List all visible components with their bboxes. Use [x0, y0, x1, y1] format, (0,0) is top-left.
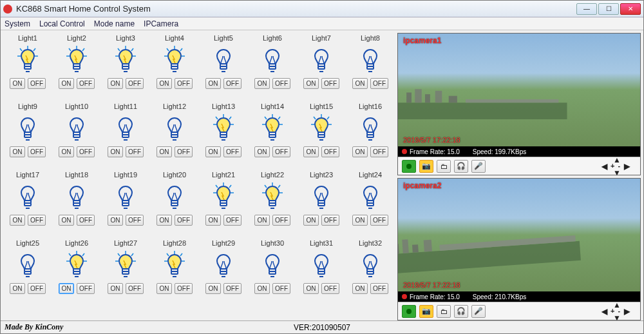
light-on-button[interactable]: ON [352, 78, 368, 89]
light-off-button[interactable]: OFF [223, 146, 242, 157]
light-off-button[interactable]: OFF [77, 215, 95, 226]
light-on-button[interactable]: ON [303, 146, 319, 157]
camera-feed-1[interactable]: ipcamera1 2019/5/7 17:22:18 [398, 34, 640, 146]
light-on-button[interactable]: ON [108, 215, 123, 226]
light-on-button[interactable]: ON [10, 283, 25, 294]
mic-button[interactable]: 🎤 [471, 160, 486, 173]
light-on-button[interactable]: ON [108, 78, 123, 89]
light-off-button[interactable]: OFF [321, 215, 339, 226]
footer-version: VER:201090507 [294, 323, 350, 332]
light-on-button[interactable]: ON [205, 215, 221, 226]
ptz-right-icon[interactable]: ▶ [624, 307, 630, 316]
light-on-button[interactable]: ON [10, 215, 25, 226]
light-cell: Light29ONOFF [199, 238, 248, 306]
light-off-button[interactable]: OFF [126, 146, 144, 157]
light-on-button[interactable]: ON [254, 146, 270, 157]
light-on-button[interactable]: ON [59, 146, 74, 157]
browse-button[interactable]: 🗀 [437, 160, 451, 173]
light-off-button[interactable]: OFF [370, 146, 388, 157]
light-off-button[interactable]: OFF [370, 78, 388, 89]
menu-mode-name[interactable]: Mode name [94, 19, 135, 28]
light-off-button[interactable]: OFF [321, 283, 339, 294]
light-off-button[interactable]: OFF [175, 215, 193, 226]
ptz-left-icon[interactable]: ◀ [601, 307, 607, 316]
light-off-button[interactable]: OFF [272, 78, 290, 89]
light-off-button[interactable]: OFF [321, 146, 339, 157]
mic-button[interactable]: 🎤 [471, 305, 486, 318]
ptz-left-icon[interactable]: ◀ [601, 162, 607, 171]
light-on-button[interactable]: ON [205, 146, 221, 157]
light-off-button[interactable]: OFF [175, 283, 193, 294]
record-button[interactable] [402, 305, 416, 318]
light-on-button[interactable]: ON [156, 146, 172, 157]
audio-button[interactable]: 🎧 [454, 160, 468, 173]
svg-rect-164 [398, 244, 399, 254]
light-on-button[interactable]: ON [205, 78, 221, 89]
light-on-button[interactable]: ON [254, 283, 270, 294]
light-off-button[interactable]: OFF [321, 78, 339, 89]
light-off-button[interactable]: OFF [28, 146, 46, 157]
light-cell: Light32ONOFF [346, 238, 395, 306]
status-bar: Made By KinCony VER:201090507 [1, 320, 643, 333]
ptz-down-icon[interactable]: ▼ [613, 168, 621, 177]
menu-ipcamera[interactable]: IPCamera [144, 19, 178, 28]
camera-feed-2[interactable]: ipcamera2 2019/5/7 17:22:18 [398, 179, 640, 291]
light-off-button[interactable]: OFF [77, 283, 95, 294]
light-off-button[interactable]: OFF [272, 215, 290, 226]
light-on-button[interactable]: ON [156, 78, 172, 89]
bulb-icon [113, 250, 138, 280]
light-off-button[interactable]: OFF [77, 146, 95, 157]
light-on-button[interactable]: ON [352, 283, 368, 294]
light-on-button[interactable]: ON [156, 215, 172, 226]
light-on-button[interactable]: ON [303, 283, 319, 294]
light-on-button[interactable]: ON [10, 146, 25, 157]
light-off-button[interactable]: OFF [223, 283, 242, 294]
light-off-button[interactable]: OFF [28, 215, 46, 226]
snapshot-button[interactable]: 📷 [419, 305, 433, 318]
menu-system[interactable]: System [5, 19, 30, 28]
light-off-button[interactable]: OFF [370, 283, 388, 294]
svg-rect-51 [122, 135, 129, 137]
light-on-button[interactable]: ON [108, 283, 123, 294]
light-off-button[interactable]: OFF [28, 283, 46, 294]
menu-bar: System Local Control Mode name IPCamera [1, 17, 643, 30]
close-button[interactable]: ✕ [620, 3, 641, 15]
snapshot-button[interactable]: 📷 [419, 160, 433, 173]
menu-local-control[interactable]: Local Control [39, 19, 85, 28]
light-off-button[interactable]: OFF [223, 215, 242, 226]
light-on-button[interactable]: ON [303, 78, 319, 89]
light-cell: Light8ONOFF [346, 33, 395, 101]
light-on-button[interactable]: ON [59, 78, 74, 89]
light-off-button[interactable]: OFF [272, 283, 290, 294]
light-on-button[interactable]: ON [254, 78, 270, 89]
record-button[interactable] [402, 160, 416, 173]
light-off-button[interactable]: OFF [272, 146, 290, 157]
light-off-button[interactable]: OFF [126, 78, 144, 89]
light-on-button[interactable]: ON [352, 146, 368, 157]
audio-button[interactable]: 🎧 [454, 305, 468, 318]
light-on-button[interactable]: ON [59, 283, 74, 294]
ptz-right-icon[interactable]: ▶ [624, 162, 630, 171]
browse-button[interactable]: 🗀 [437, 305, 451, 318]
maximize-button[interactable]: ☐ [598, 3, 619, 15]
minimize-button[interactable]: — [576, 3, 597, 15]
light-off-button[interactable]: OFF [28, 78, 46, 89]
light-off-button[interactable]: OFF [175, 78, 193, 89]
light-on-button[interactable]: ON [10, 78, 25, 89]
light-on-button[interactable]: ON [352, 215, 368, 226]
light-on-button[interactable]: ON [254, 215, 270, 226]
light-off-button[interactable]: OFF [77, 78, 95, 89]
light-off-button[interactable]: OFF [126, 283, 144, 294]
light-off-button[interactable]: OFF [126, 215, 144, 226]
light-on-button[interactable]: ON [303, 215, 319, 226]
light-on-button[interactable]: ON [205, 283, 221, 294]
svg-rect-39 [318, 66, 325, 69]
light-on-button[interactable]: ON [156, 283, 172, 294]
light-off-button[interactable]: OFF [370, 215, 388, 226]
light-off-button[interactable]: OFF [175, 146, 193, 157]
light-on-button[interactable]: ON [59, 215, 74, 226]
ptz-down-icon[interactable]: ▼ [613, 313, 621, 321]
light-cell: Light3ONOFF [101, 33, 150, 101]
light-on-button[interactable]: ON [108, 146, 123, 157]
light-off-button[interactable]: OFF [223, 78, 242, 89]
